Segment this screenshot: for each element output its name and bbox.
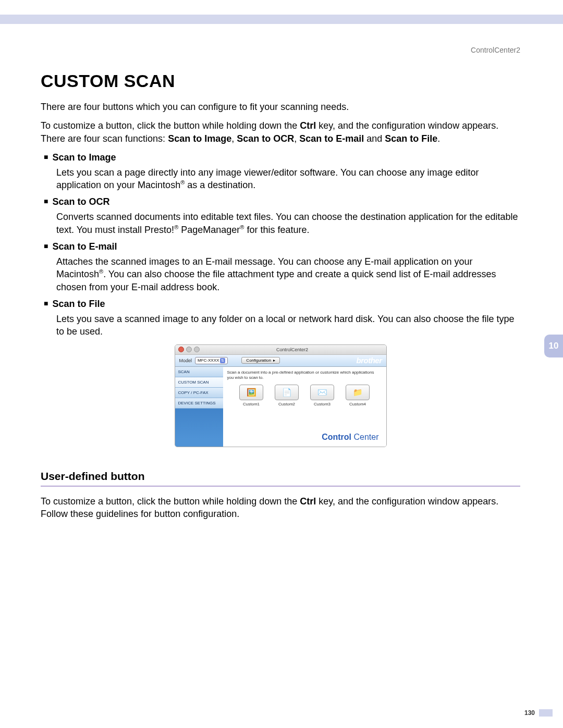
section-heading-user-defined: User-defined button [41,470,520,483]
bullet-scan-to-file: ■Scan to File Lets you save a scanned im… [44,299,520,338]
header-product-name: ControlCenter2 [41,46,520,54]
page-number: 130 [524,709,535,717]
screenshot-window-title: ControlCenter2 [202,347,383,352]
screenshot-sidebar: SCAN CUSTOM SCAN COPY / PC-FAX DEVICE SE… [175,367,223,447]
folder-icon: 📁 [346,385,370,400]
screenshot-toolbar: Model MFC-XXXX⇅ Configuration▸ brother [175,355,386,367]
intro-paragraph-1: There are four buttons which you can con… [41,101,520,113]
screenshot-main-panel: Scan a document into a pre-defined appli… [223,367,386,447]
controlcenter-logo: Control Center [223,433,386,447]
page-number-bar [539,709,553,717]
document-icon: 📄 [275,385,299,400]
traffic-light-min-icon [186,347,192,352]
custom3-button[interactable]: ✉️Custom3 [309,385,335,406]
page-title: CUSTOM SCAN [41,71,520,91]
chevron-updown-icon: ⇅ [220,358,225,363]
sidebar-item-device-settings[interactable]: DEVICE SETTINGS [175,398,223,409]
bullet-scan-to-image: ■Scan to Image Lets you scan a page dire… [44,152,520,192]
brother-logo: brother [357,356,382,365]
custom1-button[interactable]: 🖼️Custom1 [238,385,264,406]
image-icon: 🖼️ [239,385,263,400]
intro-paragraph-2: To customize a button, click the button … [41,119,520,145]
sidebar-item-copy-pcfax[interactable]: COPY / PC-FAX [175,388,223,398]
page-content: ControlCenter2 CUSTOM SCAN There are fou… [41,42,520,527]
model-label: Model [179,358,192,363]
bullet-scan-to-ocr: ■Scan to OCR Converts scanned documents … [44,196,520,236]
bullet-scan-to-email: ■Scan to E-mail Attaches the scanned ima… [44,241,520,293]
traffic-light-zoom-icon [194,347,200,352]
section2-paragraph: To customize a button, click the button … [41,495,520,521]
chapter-thumb-tab: 10 [544,335,563,357]
configuration-button[interactable]: Configuration▸ [241,357,280,364]
top-decorative-band [0,15,563,24]
chevron-right-icon: ▸ [273,358,275,363]
page-number-area: 130 [524,709,553,717]
envelope-icon: ✉️ [310,385,334,400]
sidebar-item-scan[interactable]: SCAN [175,367,223,377]
custom2-button[interactable]: 📄Custom2 [274,385,300,406]
screenshot-hint-text: Scan a document into a pre-defined appli… [223,367,386,381]
traffic-light-close-icon [178,347,184,352]
screenshot-titlebar: ControlCenter2 [175,345,386,355]
model-select[interactable]: MFC-XXXX⇅ [195,357,228,364]
section-divider [41,486,520,487]
custom4-button[interactable]: 📁Custom4 [345,385,371,406]
controlcenter-screenshot: ControlCenter2 Model MFC-XXXX⇅ Configura… [175,344,387,447]
sidebar-item-custom-scan[interactable]: CUSTOM SCAN [175,377,223,388]
